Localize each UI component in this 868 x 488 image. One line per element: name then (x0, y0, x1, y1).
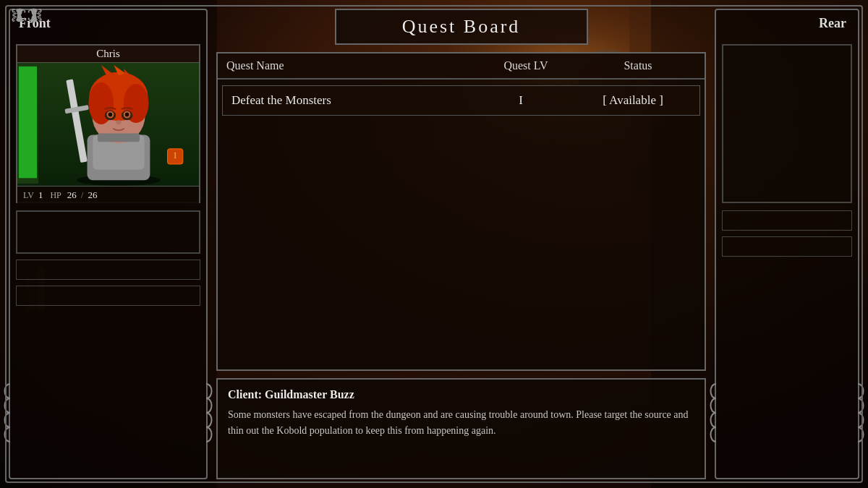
character-name: Chris (96, 48, 120, 59)
character-slot: Chris (16, 44, 200, 203)
svg-rect-28 (98, 134, 140, 142)
svg-point-26 (125, 113, 129, 117)
right-slot-divider-2 (722, 236, 852, 257)
left-panel: Front Chris (9, 9, 208, 479)
right-scroll-deco (195, 377, 217, 449)
slot-divider-1 (16, 260, 200, 280)
quest-row-name: Defeat the Monsters (231, 93, 467, 108)
main-layout: Front Chris (9, 9, 859, 479)
svg-rect-9 (19, 67, 37, 178)
quest-row-lv: I (467, 93, 575, 108)
quest-table-header: Quest Name Quest LV Status (218, 53, 705, 80)
hp-max: 26 (88, 189, 97, 201)
char-stats: LV 1 HP 26 / 26 (17, 186, 199, 204)
svg-point-27 (116, 120, 122, 124)
quest-board-title: Quest Board (402, 16, 521, 37)
hp-current: 26 (67, 189, 77, 201)
svg-rect-29 (66, 79, 88, 163)
rear-label: Rear (819, 16, 852, 31)
quest-description-text: Some monsters have escaped from the dung… (228, 407, 694, 440)
quest-client: Client: Guildmaster Buzz (228, 388, 694, 401)
hp-label: HP (50, 190, 61, 201)
front-label: Front (16, 16, 206, 31)
quest-description-panel: Client: Guildmaster Buzz Some monsters h… (216, 378, 706, 479)
center-panel: Quest Board Quest Name Quest LV Status D… (208, 9, 715, 479)
character-svg: I (17, 63, 199, 186)
col-quest-status: Status (580, 59, 696, 72)
col-quest-lv: Quest LV (472, 59, 580, 72)
quest-row[interactable]: Defeat the Monsters I [ Available ] (222, 85, 700, 116)
svg-point-25 (109, 113, 113, 117)
hp-slash: / (81, 189, 84, 201)
right-slot-divider-1 (722, 210, 852, 231)
quest-table-body: Defeat the Monsters I [ Available ] (218, 80, 705, 369)
slot-divider-2 (16, 286, 200, 306)
quest-table: Quest Name Quest LV Status Defeat the Mo… (216, 52, 706, 371)
svg-text:I: I (174, 151, 176, 160)
quest-board-title-bar: Quest Board (335, 9, 588, 45)
right-panel-right-deco (847, 377, 868, 449)
quest-row-status: [ Available ] (575, 93, 691, 108)
empty-slot-1 (16, 210, 200, 254)
lv-label: LV (23, 190, 34, 201)
character-name-bar: Chris (17, 46, 199, 63)
right-empty-slot (722, 44, 852, 203)
col-quest-name: Quest Name (226, 59, 472, 72)
character-portrait: I (17, 63, 199, 186)
left-scroll-deco (0, 377, 21, 449)
right-panel-left-deco (705, 377, 727, 449)
char-level: 1 (38, 189, 43, 201)
right-panel: Rear (715, 9, 859, 479)
